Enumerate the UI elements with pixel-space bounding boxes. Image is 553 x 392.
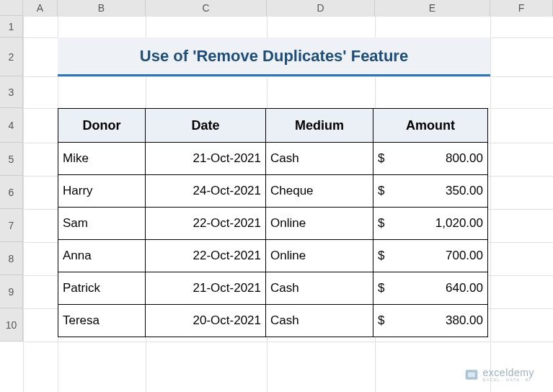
cell-amount[interactable]: $380.00 — [373, 304, 488, 337]
cell-medium[interactable]: Cash — [265, 272, 373, 305]
amount-value: 700.00 — [446, 249, 483, 263]
col-header-a[interactable]: A — [23, 0, 58, 16]
currency-symbol: $ — [378, 313, 384, 328]
table-row: Anna22-Oct-2021Online$700.00 — [58, 240, 488, 272]
title-text: Use of 'Remove Duplicates' Feature — [140, 47, 408, 66]
row-header-9[interactable]: 9 — [0, 275, 23, 308]
cell-date[interactable]: 20-Oct-2021 — [145, 304, 266, 337]
row-header-3[interactable]: 3 — [0, 76, 23, 108]
cell-medium[interactable]: Cash — [265, 142, 373, 175]
row-header-1[interactable]: 1 — [0, 16, 23, 37]
currency-symbol: $ — [378, 184, 384, 198]
gridline-vertical — [23, 16, 24, 392]
gridline-horizontal — [23, 342, 553, 342]
cell-medium[interactable]: Cash — [265, 304, 373, 337]
title-cell[interactable]: Use of 'Remove Duplicates' Feature — [58, 37, 490, 76]
col-header-d[interactable]: D — [267, 0, 375, 16]
table-row: Mike21-Oct-2021Cash$800.00 — [58, 143, 488, 175]
amount-value: 800.00 — [446, 151, 483, 166]
currency-symbol: $ — [378, 249, 384, 263]
col-header-f[interactable]: F — [490, 0, 553, 16]
amount-value: 1,020.00 — [435, 216, 483, 231]
currency-symbol: $ — [378, 281, 384, 295]
cell-amount[interactable]: $800.00 — [373, 142, 488, 175]
table-header-donor[interactable]: Donor — [58, 108, 146, 143]
table-header-medium[interactable]: Medium — [265, 108, 373, 143]
watermark: exceldemy EXCEL · DATA · BI — [464, 368, 534, 382]
amount-value: 350.00 — [446, 184, 483, 198]
watermark-main: exceldemy — [483, 368, 534, 378]
data-table: DonorDateMediumAmountMike21-Oct-2021Cash… — [58, 108, 488, 337]
cell-donor[interactable]: Patrick — [58, 272, 146, 305]
table-row: Teresa20-Oct-2021Cash$380.00 — [58, 305, 488, 337]
cell-donor[interactable]: Harry — [58, 174, 146, 208]
logo-icon — [464, 368, 479, 382]
table-row: Sam22-Oct-2021Online$1,020.00 — [58, 208, 488, 240]
sheet-body[interactable]: Use of 'Remove Duplicates' Feature Donor… — [23, 16, 553, 392]
cell-donor[interactable]: Sam — [58, 207, 146, 240]
cell-amount[interactable]: $700.00 — [373, 239, 488, 272]
row-header-2[interactable]: 2 — [0, 37, 23, 76]
row-header-8[interactable]: 8 — [0, 242, 23, 275]
cell-date[interactable]: 22-Oct-2021 — [145, 207, 266, 240]
currency-symbol: $ — [378, 216, 384, 231]
cell-date[interactable]: 22-Oct-2021 — [145, 239, 266, 272]
watermark-sub: EXCEL · DATA · BI — [483, 378, 534, 382]
table-header-date[interactable]: Date — [145, 108, 266, 143]
row-header-7[interactable]: 7 — [0, 209, 23, 242]
table-header-amount[interactable]: Amount — [373, 108, 488, 143]
gridline-horizontal — [23, 76, 553, 77]
amount-value: 640.00 — [446, 281, 483, 295]
col-header-c[interactable]: C — [146, 0, 267, 16]
row-header-6[interactable]: 6 — [0, 176, 23, 209]
row-headers-column: 12345678910 — [0, 16, 23, 342]
cell-donor[interactable]: Teresa — [58, 304, 146, 337]
gridline-vertical — [490, 16, 491, 392]
cell-amount[interactable]: $350.00 — [373, 174, 488, 208]
cell-medium[interactable]: Cheque — [265, 174, 373, 208]
table-header-row: DonorDateMediumAmount — [58, 108, 488, 143]
col-header-e[interactable]: E — [375, 0, 490, 16]
row-header-5[interactable]: 5 — [0, 143, 23, 176]
col-header-b[interactable]: B — [58, 0, 146, 16]
table-row: Harry24-Oct-2021Cheque$350.00 — [58, 175, 488, 208]
cell-date[interactable]: 21-Oct-2021 — [145, 142, 266, 175]
gridline-horizontal — [23, 16, 553, 17]
cell-donor[interactable]: Anna — [58, 239, 146, 272]
cell-date[interactable]: 24-Oct-2021 — [145, 174, 266, 208]
amount-value: 380.00 — [446, 313, 483, 328]
column-headers-row: ABCDEF — [0, 0, 553, 16]
row-header-4[interactable]: 4 — [0, 108, 23, 143]
cell-amount[interactable]: $640.00 — [373, 272, 488, 305]
cell-medium[interactable]: Online — [265, 239, 373, 272]
cell-date[interactable]: 21-Oct-2021 — [145, 272, 266, 305]
cell-donor[interactable]: Mike — [58, 142, 146, 175]
cell-amount[interactable]: $1,020.00 — [373, 207, 488, 240]
select-all-corner[interactable] — [0, 0, 23, 16]
row-header-10[interactable]: 10 — [0, 308, 23, 342]
table-row: Patrick21-Oct-2021Cash$640.00 — [58, 272, 488, 305]
currency-symbol: $ — [378, 151, 384, 166]
cell-medium[interactable]: Online — [265, 207, 373, 240]
svg-rect-1 — [468, 373, 475, 378]
spreadsheet-grid: ABCDEF 12345678910 Use of 'Remove Duplic… — [0, 0, 553, 392]
